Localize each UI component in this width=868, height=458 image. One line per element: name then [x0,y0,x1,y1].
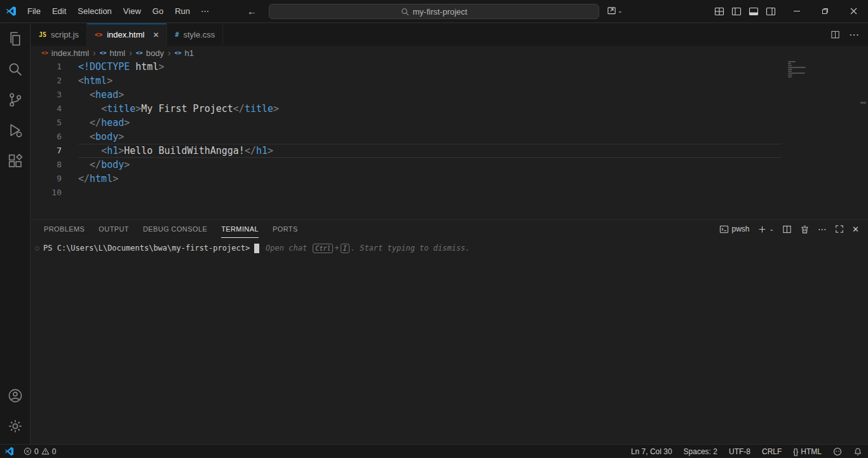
kill-terminal-icon[interactable] [800,225,810,234]
breadcrumb: <> index.html › <> html › <> body › <> h… [31,46,868,60]
cursor-position-status[interactable]: Ln 7, Col 30 [625,445,678,458]
code-line[interactable]: 7 <h1>Hello BuildWithAngga!</h1> [31,144,868,158]
menu-edit[interactable]: Edit [46,4,72,18]
i-key-badge: I [341,244,349,253]
breadcrumb-item-h1[interactable]: h1 [184,48,193,58]
source-control-icon[interactable] [0,85,31,115]
terminal-view[interactable]: PS C:\Users\L\Documents\bwa\my-first-pro… [31,238,868,444]
notifications-bell-icon[interactable] [848,445,868,458]
code-line[interactable]: 4 <title>My First Project</title> [31,102,868,116]
code-line[interactable]: 2<html> [31,74,868,88]
vscode-window: File Edit Selection View Go Run ⋯ ← → my… [0,0,868,458]
menu-more-icon[interactable]: ⋯ [196,4,214,18]
eol-status[interactable]: CRLF [756,445,787,458]
extensions-icon[interactable] [0,146,31,176]
toggle-primary-sidebar-icon[interactable] [731,6,742,17]
editor-more-actions-icon[interactable]: ⋯ [849,29,859,41]
command-center-search[interactable]: my-first-project [269,4,599,19]
terminal-icon [719,225,729,234]
close-panel-icon[interactable]: ✕ [852,225,859,234]
html-file-icon: <> [95,31,102,38]
terminal-cursor [254,244,259,253]
terminal-shell-selector[interactable]: pwsh [719,225,750,234]
code-line[interactable]: 8 </body> [31,158,868,172]
symbol-tag-icon: <> [136,50,143,56]
indentation-status[interactable]: Spaces: 2 [678,445,723,458]
language-mode-status[interactable]: {} HTML [787,445,827,458]
menu-view[interactable]: View [118,4,147,18]
minimap[interactable] [788,61,808,78]
terminal-ghost-hint: Open chat Ctrl+I. Start typing to dismis… [266,242,470,254]
search-sidebar-icon[interactable] [0,54,31,85]
menu-go[interactable]: Go [147,4,169,18]
menu-selection[interactable]: Selection [72,4,117,18]
code-text: <!DOCTYPE html> [78,60,782,74]
breadcrumb-item-body[interactable]: body [146,48,164,58]
breadcrumb-item-html[interactable]: html [110,48,126,58]
code-line[interactable]: 5 </head> [31,116,868,130]
tab-index-html[interactable]: <> index.html ✕ [87,24,167,46]
panel-tab-problems[interactable]: PROBLEMS [44,220,85,238]
overview-ruler-cursor-mark [860,102,866,104]
code-line[interactable]: 3 <head> [31,88,868,102]
close-icon[interactable] [839,0,868,23]
terminal-prompt-line: PS C:\Users\L\Documents\bwa\my-first-pro… [35,242,868,254]
menu-file[interactable]: File [22,4,46,18]
search-icon [401,8,409,16]
back-icon[interactable]: ← [247,6,257,17]
customize-layout-icon[interactable] [714,6,724,17]
bottom-panel: PROBLEMS OUTPUT DEBUG CONSOLE TERMINAL P… [31,219,868,444]
html-file-icon: <> [41,50,48,56]
line-number: 5 [31,116,62,130]
javascript-file-icon: JS [39,31,46,38]
code-text: </head> [78,116,782,130]
account-icon[interactable] [0,380,31,411]
encoding-status[interactable]: UTF-8 [723,445,756,458]
tab-close-icon[interactable]: ✕ [153,31,159,39]
problems-status[interactable]: 0 0 [18,445,61,458]
code-text [78,186,782,200]
code-text: <body> [78,130,782,144]
chevron-right-icon: › [128,48,133,58]
explorer-icon[interactable] [0,24,31,54]
symbol-tag-icon: <> [175,50,182,56]
new-terminal-dropdown[interactable]: ⌄ [758,225,775,233]
line-number: 3 [31,88,62,102]
code-line[interactable]: 9</html> [31,172,868,186]
menu-run[interactable]: Run [169,4,196,18]
tab-label: script.js [51,30,79,39]
split-editor-icon[interactable] [831,30,840,39]
code-editor[interactable]: 1<!DOCTYPE html>2<html>3 <head>4 <title>… [31,60,868,219]
search-text: my-first-project [413,7,468,17]
maximize-panel-icon[interactable] [835,225,844,233]
panel-tab-ports[interactable]: PORTS [273,220,298,238]
panel-tab-terminal[interactable]: TERMINAL [221,220,259,238]
copilot-icon[interactable] [827,445,848,458]
code-line[interactable]: 6 <body> [31,130,868,144]
settings-gear-icon[interactable] [0,411,31,441]
panel-tab-output[interactable]: OUTPUT [98,220,129,238]
minimize-icon[interactable] [782,0,811,23]
ctrl-key-badge: Ctrl [313,244,333,253]
tab-script-js[interactable]: JS script.js [31,24,87,46]
split-terminal-icon[interactable] [782,225,792,234]
toggle-panel-icon[interactable] [749,6,759,17]
remote-indicator-icon[interactable] [0,445,18,458]
breadcrumb-item-file[interactable]: index.html [51,48,89,58]
warning-count: 0 [52,447,57,456]
title-bar: File Edit Selection View Go Run ⋯ ← → my… [0,0,868,23]
chevron-right-icon: › [92,48,97,58]
code-line[interactable]: 10 [31,186,868,200]
restore-icon[interactable] [811,0,839,23]
run-debug-icon[interactable] [0,115,31,146]
command-decoration-icon[interactable] [35,246,39,251]
line-number: 2 [31,74,62,88]
panel-tab-debug-console[interactable]: DEBUG CONSOLE [143,220,207,238]
toggle-secondary-sidebar-icon[interactable] [766,6,776,17]
code-line[interactable]: 1<!DOCTYPE html> [31,60,868,74]
open-window-dropdown[interactable]: ⌄ [607,6,623,15]
tab-style-css[interactable]: # style.css [167,24,223,46]
panel-more-actions-icon[interactable]: ⋯ [818,224,827,234]
terminal-prompt: PS C:\Users\L\Documents\bwa\my-first-pro… [43,242,250,254]
layout-controls [714,6,776,17]
